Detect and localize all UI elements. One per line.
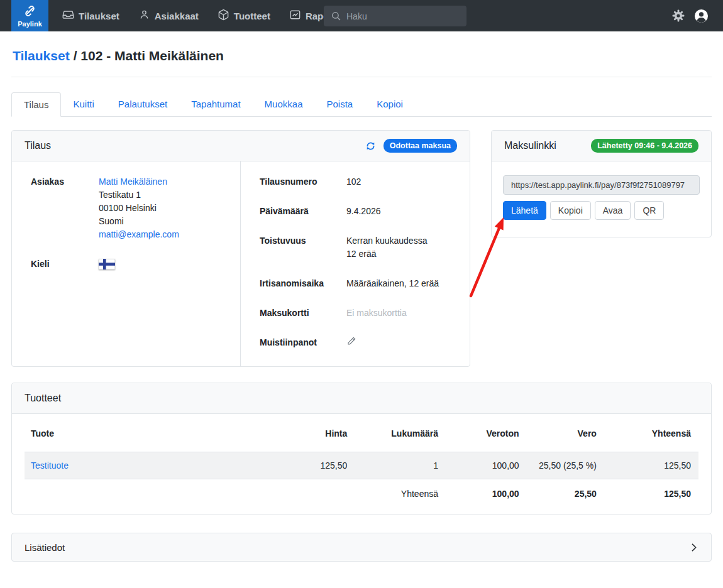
- customer-address-line: Suomi: [99, 215, 179, 228]
- breadcrumb-current: / 102 - Matti Meikäläinen: [74, 48, 224, 63]
- nav-item-asiakkaat[interactable]: Asiakkaat: [138, 9, 199, 23]
- person-icon: [138, 9, 150, 23]
- settings-gear-icon[interactable]: [672, 9, 685, 22]
- product-row: Testituote 125,50 1 100,00 25,50 (25,5 %…: [25, 452, 698, 479]
- customer-email-link[interactable]: matti@example.com: [99, 229, 179, 239]
- products-table: Tuote Hinta Lukumäärä Veroton Vero Yhtee…: [25, 414, 698, 505]
- nav-item-tilaukset[interactable]: Tilaukset: [62, 9, 119, 23]
- payment-link-card: Maksulinkki Lähetetty 09:46 - 9.4.2026 L…: [491, 130, 712, 237]
- tab-muokkaa[interactable]: Muokkaa: [253, 92, 315, 116]
- product-link[interactable]: Testituote: [31, 460, 69, 471]
- user-avatar-icon[interactable]: [694, 9, 709, 23]
- nav-label: Asiakkaat: [155, 11, 199, 21]
- inbox-icon: [62, 9, 74, 23]
- order-details-column: Tilausnumero 102 Päivämäärä 9.4.2026 Toi…: [241, 161, 470, 366]
- search-input[interactable]: [324, 6, 466, 26]
- customer-label: Asiakas: [31, 175, 99, 241]
- order-date-value: 9.4.2026: [346, 205, 381, 218]
- customer-name-link[interactable]: Matti Meikäläinen: [99, 177, 167, 187]
- total-sum: 125,50: [604, 479, 698, 506]
- sent-status-badge: Lähetetty 09:46 - 9.4.2026: [591, 139, 698, 153]
- search-box: [324, 6, 466, 26]
- customer-address-line: 00100 Helsinki: [99, 202, 179, 215]
- payment-link-card-header: Maksulinkki Lähetetty 09:46 - 9.4.2026: [492, 131, 711, 161]
- page-content: Tilaukset/ 102 - Matti Meikäläinen Tilau…: [0, 48, 723, 578]
- payment-link-title: Maksulinkki: [504, 140, 556, 151]
- col-header-lukumaara: Lukumäärä: [355, 414, 446, 452]
- col-header-veroton: Veroton: [446, 414, 527, 452]
- send-button[interactable]: Lähetä: [503, 201, 546, 220]
- col-header-yhteensa: Yhteensä: [604, 414, 698, 452]
- total-net: 100,00: [446, 479, 527, 506]
- products-card: Tuotteet Tuote Hinta Lukumäärä Veroton V…: [11, 383, 712, 514]
- total-label: Yhteensä: [355, 479, 446, 506]
- copy-button[interactable]: Kopioi: [550, 201, 591, 220]
- order-number-value: 102: [346, 175, 361, 188]
- tab-tilaus[interactable]: Tilaus: [11, 92, 61, 117]
- detail-label: Toistuvuus: [260, 234, 346, 261]
- order-card: Tilaus Odottaa maksua: [11, 130, 470, 367]
- nav-label: Tilaukset: [79, 11, 119, 21]
- customer-column: Asiakas Matti Meikäläinen Testikatu 1 00…: [12, 161, 241, 366]
- paylink-logo[interactable]: Paylink: [11, 0, 48, 31]
- col-header-vero: Vero: [527, 414, 604, 452]
- breadcrumb: Tilaukset/ 102 - Matti Meikäläinen: [13, 48, 710, 63]
- nav-item-tuotteet[interactable]: Tuotteet: [218, 9, 270, 23]
- edit-notes-icon[interactable]: [346, 336, 356, 350]
- tab-poista[interactable]: Poista: [314, 92, 365, 116]
- product-quantity: 1: [355, 452, 446, 479]
- finland-flag-icon: [99, 259, 115, 270]
- brand-label: Paylink: [18, 20, 42, 28]
- product-total: 125,50: [604, 452, 698, 479]
- payment-card-value: Ei maksukorttia: [346, 307, 407, 320]
- total-tax: 25,50: [527, 479, 604, 506]
- breadcrumb-link-tilaukset[interactable]: Tilaukset: [13, 48, 70, 63]
- payment-link-url-input[interactable]: [503, 175, 700, 195]
- link-icon: [23, 4, 36, 19]
- col-header-tuote: Tuote: [25, 414, 307, 452]
- product-net: 100,00: [446, 452, 527, 479]
- customer-info: Matti Meikäläinen Testikatu 1 00100 Hels…: [99, 175, 179, 241]
- open-button[interactable]: Avaa: [595, 201, 631, 220]
- products-title: Tuotteet: [25, 393, 61, 404]
- search-icon: [331, 11, 341, 21]
- tab-palautukset[interactable]: Palautukset: [106, 92, 179, 116]
- main-nav: Tilaukset Asiakkaat Tuotteet: [62, 9, 341, 23]
- detail-label: Maksukortti: [260, 307, 346, 320]
- products-table-header-row: Tuote Hinta Lukumäärä Veroton Vero Yhtee…: [25, 414, 698, 452]
- product-tax: 25,50 (25,5 %): [527, 452, 604, 479]
- chart-icon: [289, 9, 301, 23]
- order-card-title: Tilaus: [25, 140, 51, 151]
- products-card-header: Tuotteet: [12, 383, 711, 414]
- col-header-hinta: Hinta: [307, 414, 355, 452]
- chevron-right-icon: [689, 542, 698, 553]
- order-card-header: Tilaus Odottaa maksua: [12, 131, 470, 161]
- tab-bar: Tilaus Kuitti Palautukset Tapahtumat Muo…: [11, 92, 712, 117]
- customer-address-line: Testikatu 1: [99, 188, 179, 202]
- detail-label: Irtisanomisaika: [260, 277, 346, 290]
- detail-label: Päivämäärä: [260, 205, 346, 218]
- nav-label: Tuotteet: [234, 11, 270, 21]
- order-status-badge: Odottaa maksua: [384, 139, 457, 153]
- title-divider: [11, 77, 712, 77]
- notice-period-value: Määräaikainen, 12 erää: [346, 277, 439, 290]
- detail-label: Muistiinpanot: [260, 336, 346, 350]
- detail-label: Tilausnumero: [260, 175, 346, 188]
- product-price: 125,50: [307, 452, 355, 479]
- products-total-row: Yhteensä 100,00 25,50 125,50: [25, 479, 698, 506]
- tab-kuitti[interactable]: Kuitti: [61, 92, 106, 116]
- qr-button[interactable]: QR: [634, 201, 664, 220]
- tab-tapahtumat[interactable]: Tapahtumat: [179, 92, 252, 116]
- refresh-icon[interactable]: [365, 141, 376, 151]
- navbar-right: [672, 0, 709, 31]
- extra-info-title: Lisätiedot: [25, 542, 65, 553]
- top-navbar: Paylink Tilaukset Asiakkaat: [0, 0, 723, 31]
- recurrence-value: Kerran kuukaudessa 12 erää: [346, 234, 427, 261]
- extra-info-header[interactable]: Lisätiedot: [11, 533, 712, 562]
- tab-kopioi[interactable]: Kopioi: [365, 92, 415, 116]
- package-icon: [218, 9, 229, 23]
- language-label: Kieli: [31, 258, 99, 273]
